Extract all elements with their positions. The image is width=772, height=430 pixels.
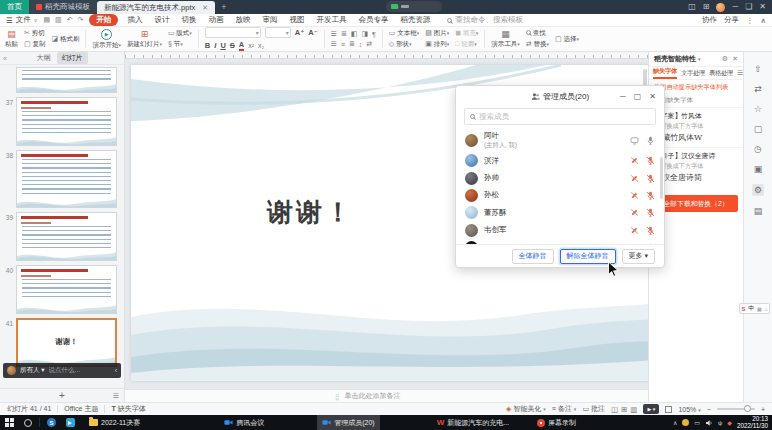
italic-button[interactable]: I <box>214 41 216 50</box>
reading-view-icon[interactable]: ▥ <box>630 405 637 414</box>
mic-icon[interactable] <box>646 136 655 145</box>
taskbar-telegram[interactable] <box>61 415 80 430</box>
beautify-button[interactable]: ◈ 智能美化 ▾ <box>506 404 546 414</box>
member-list-scrollbar[interactable] <box>660 157 663 199</box>
ribbon-tab-home[interactable]: 开始 <box>89 14 118 26</box>
section-button[interactable]: § 节▾ <box>168 40 192 49</box>
tab-slides[interactable]: 幻灯片 <box>57 52 88 64</box>
share-icon[interactable]: ⇧ <box>754 64 762 74</box>
switch-icon[interactable]: ⇄ <box>754 84 762 94</box>
tab-table-tools[interactable]: 表格处理 <box>709 69 733 78</box>
star-icon[interactable]: ☆ <box>754 104 762 114</box>
line-spacing-icon[interactable]: ↕ <box>359 41 363 48</box>
mic-off-icon[interactable] <box>646 243 655 244</box>
ribbon-tab-animation[interactable]: 动画 <box>205 15 226 25</box>
underline-button[interactable]: U <box>220 41 225 50</box>
taskbar-meeting[interactable]: 腾讯会议 <box>219 415 269 430</box>
ribbon-tab-transition[interactable]: 切换 <box>178 15 199 25</box>
indent-icon[interactable]: ◨ <box>361 30 368 38</box>
restore-button[interactable]: ❏ <box>745 3 752 11</box>
collab-button[interactable]: 协作 <box>702 15 717 25</box>
pen-off-icon[interactable] <box>630 174 639 183</box>
present-button[interactable]: ▶演示开始▾ <box>92 29 121 50</box>
shape-button[interactable]: ◇ 形状▾ <box>389 40 419 49</box>
tab-docer-store[interactable]: 稻壳商城模板 <box>29 0 97 14</box>
copy-button[interactable]: ▢ 复制 <box>24 40 45 49</box>
font-size-select[interactable] <box>265 27 291 38</box>
dialog-maximize-icon[interactable]: ▢ <box>634 92 642 101</box>
slide-title-text[interactable]: 谢谢！ <box>267 195 354 230</box>
pen-off-icon[interactable] <box>630 226 639 235</box>
ribbon-tab-docer-res[interactable]: 稻壳资源 <box>397 15 433 25</box>
more-button[interactable]: 更多 ▾ <box>622 249 655 264</box>
start-button[interactable] <box>0 415 19 430</box>
add-slide-button[interactable]: + <box>0 391 124 401</box>
slide-thumbnail[interactable] <box>16 265 117 314</box>
comments-button[interactable]: ▭ 批注 <box>582 404 605 414</box>
undo-icon[interactable]: ↶ <box>67 16 73 24</box>
tray-speaker-icon[interactable] <box>705 419 713 427</box>
taskbar-clock[interactable]: 20:13 2022/11/30 <box>737 416 768 429</box>
close-button[interactable]: ✕ <box>759 3 766 11</box>
grid-icon[interactable]: ⊞ <box>703 3 710 11</box>
theme-label[interactable]: Office 主题 <box>64 404 98 414</box>
gear-icon[interactable]: ⚙ <box>722 55 728 63</box>
ribbon-tab-review[interactable]: 审阅 <box>259 15 280 25</box>
font-color-button[interactable]: A <box>239 40 244 51</box>
print-icon[interactable]: ▥ <box>55 16 62 24</box>
member-row[interactable]: 阿叶(主持人, 我) <box>465 129 655 152</box>
bold-button[interactable]: B <box>205 41 210 50</box>
select-button[interactable]: ▢ 选择▾ <box>555 35 579 44</box>
tab-missing-fonts[interactable]: 缺失字体 <box>653 67 677 79</box>
ribbon-tab-design[interactable]: 设计 <box>151 15 172 25</box>
new-tab-button[interactable]: + <box>215 0 232 14</box>
textbox-button[interactable]: ▭ 文本框▾ <box>389 29 419 38</box>
outline-button[interactable]: □ 轮廓▾ <box>455 40 478 49</box>
find-button[interactable]: 查找 <box>526 29 549 38</box>
mic-off-icon[interactable] <box>646 156 655 165</box>
pen-off-icon[interactable] <box>630 208 639 217</box>
tab-document[interactable]: 新能源汽车的充电技术.pptx✕ <box>97 1 215 14</box>
user-avatar[interactable] <box>716 3 725 12</box>
picture-button[interactable]: ▨ 图片▾ <box>425 29 449 38</box>
normal-view-icon[interactable]: ◫ <box>611 405 618 414</box>
tab-outline[interactable]: 大纲 <box>37 53 51 63</box>
zoom-slider-knob[interactable] <box>744 405 751 412</box>
pages-icon[interactable]: ▢ <box>754 124 763 134</box>
chat-target-select[interactable]: 所有人 ▾ <box>20 366 45 375</box>
slide-thumbnail[interactable] <box>16 97 117 146</box>
present-tools-button[interactable]: ▦演示工具▾ <box>491 30 520 49</box>
meeting-chat-bar[interactable]: 所有人 ▾ 说点什么... ‹ <box>3 363 121 378</box>
mic-off-icon[interactable] <box>646 226 655 235</box>
layout-button[interactable]: ▭ 版式▾ <box>168 29 192 38</box>
tray-app-icon[interactable]: ◆ <box>727 419 732 426</box>
arrange-button[interactable]: ▣ 排列▾ <box>425 40 449 49</box>
pen-off-icon[interactable] <box>630 156 639 165</box>
member-row[interactable]: 董苏酥 <box>465 204 655 221</box>
fit-window-icon[interactable] <box>665 406 672 413</box>
numbering-icon[interactable]: ≣ <box>341 30 347 38</box>
format-painter-button[interactable]: ◪ 格式刷 <box>51 35 79 44</box>
chat-collapse-icon[interactable]: ‹ <box>115 367 117 374</box>
more-dots-icon[interactable]: ⋮ <box>746 16 754 25</box>
member-search-box[interactable] <box>464 108 656 125</box>
slide-thumbnail[interactable] <box>16 150 117 208</box>
collapse-panel-icon[interactable]: « <box>3 55 7 62</box>
taskbar-members-window[interactable]: 管理成员(20) <box>317 415 379 430</box>
member-row[interactable]: 吴 <box>465 239 655 244</box>
ribbon-tab-insert[interactable]: 插入 <box>124 15 145 25</box>
bullets-icon[interactable]: ☰ <box>331 30 337 38</box>
member-row[interactable]: 韦创军 <box>465 222 655 239</box>
taskbar-folder[interactable]: 2022-11决赛 <box>84 415 145 430</box>
member-row[interactable]: 孙帅 <box>465 169 655 186</box>
increase-font-icon[interactable]: A⁺ <box>295 28 304 37</box>
align-left-icon[interactable]: ☰ <box>331 40 337 48</box>
member-row[interactable]: 溟洋 <box>465 152 655 169</box>
superscript-button[interactable]: x² <box>248 42 254 49</box>
member-list[interactable]: 阿叶(主持人, 我) 溟洋 孙帅 <box>456 129 664 244</box>
dialog-close-icon[interactable]: ✕ <box>649 92 656 101</box>
notes-button[interactable]: ≡ 备注 ▾ <box>552 404 577 414</box>
mic-off-icon[interactable] <box>646 174 655 183</box>
slide-thumbnail[interactable] <box>16 67 117 93</box>
dialog-minimize-icon[interactable]: ─ <box>620 92 626 101</box>
